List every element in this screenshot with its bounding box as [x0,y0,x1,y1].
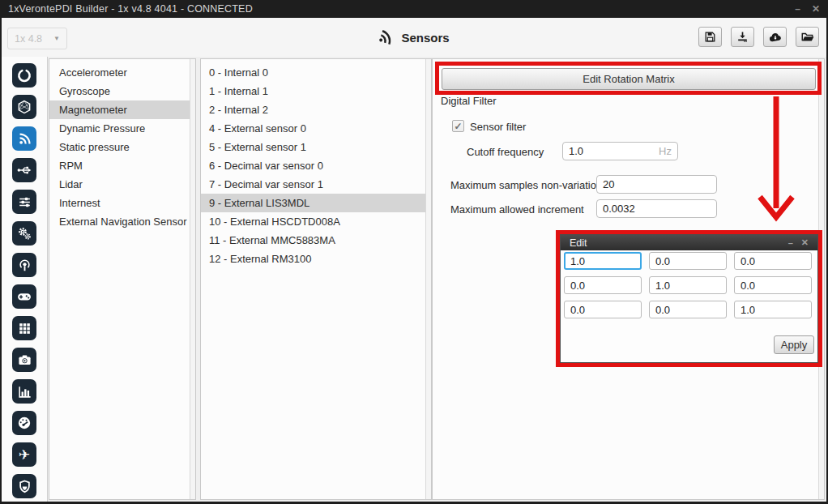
sensor-item-selected[interactable]: 9 - External LIS3MDL [201,194,431,212]
edit-dialog-titlebar[interactable]: Edit – ✕ [561,235,817,250]
nav-gears-button[interactable] [12,221,36,246]
bar-chart-icon [17,384,32,399]
sensor-item[interactable]: 1 - Internal 1 [201,82,431,100]
sensor-type-list: Accelerometer Gyroscope Magnetometer Dyn… [49,59,195,231]
nav-airplane-button[interactable]: ✈ [12,442,36,467]
sensor-list-panel: 0 - Internal 0 1 - Internal 1 2 - Intern… [200,58,432,500]
edit-dialog-title: Edit [570,237,780,249]
matrix-cell-1-2[interactable] [734,276,812,294]
sensor-item[interactable]: 12 - External RM3100 [201,250,431,268]
sensor-item[interactable]: 11 - External MMC5883MA [201,231,431,250]
sliders-icon [17,194,32,210]
scrollbar-track[interactable] [818,59,824,499]
sensor-type-item-selected[interactable]: Magnetometer [49,100,195,119]
apply-button[interactable]: Apply [774,335,814,354]
download-button[interactable] [731,27,754,47]
cloud-download-icon [768,30,783,45]
sensor-item[interactable]: 5 - External sensor 1 [201,138,431,156]
toolbar-buttons [698,27,819,47]
sensor-filter-checkbox[interactable]: ✓ [452,120,464,132]
cutoff-frequency-input[interactable] [562,142,678,160]
nav-camera-button[interactable] [12,348,36,372]
nav-rail: ✈ [2,57,48,502]
matrix-cell-2-0[interactable] [564,301,642,318]
usb-icon [16,162,32,178]
scrollbar-track[interactable] [190,59,195,499]
edit-rotation-matrix-button[interactable]: Edit Rotation Matrix [442,68,816,90]
nav-usb-button[interactable] [12,158,36,182]
sensor-type-item[interactable]: External Navigation Sensor [49,212,195,231]
sensor-type-item[interactable]: Static pressure [49,138,195,156]
folder-open-icon [800,30,815,45]
max-increment-input[interactable] [596,199,717,218]
chevron-down-icon: ▼ [53,35,60,42]
nav-hexagon-mesh-button[interactable] [12,95,36,119]
shield-icon [17,479,32,494]
sensor-item[interactable]: 2 - Internal 2 [201,100,431,119]
matrix-cell-2-2[interactable] [734,301,812,318]
sensor-type-item[interactable]: Accelerometer [49,63,195,82]
sensor-type-item[interactable]: Gyroscope [49,82,195,100]
sensor-type-item[interactable]: Dynamic Pressure [49,119,195,138]
gamepad-icon [16,288,32,305]
sensor-item[interactable]: 4 - External sensor 0 [201,119,431,138]
sensor-type-item[interactable]: Internest [49,194,195,212]
gauge-icon [16,415,32,431]
scrollbar-track[interactable] [425,59,431,499]
download-icon [736,30,749,44]
matrix-cell-1-1[interactable] [649,276,727,294]
hexagon-mesh-icon [16,99,32,115]
signal-icon [17,131,32,147]
digital-filter-label: Digital Filter [441,95,497,107]
sensor-list: 0 - Internal 0 1 - Internal 1 2 - Intern… [201,59,431,268]
version-dropdown[interactable]: 1x 4.8 ▼ [7,28,67,49]
signal-icon [377,27,397,47]
max-samples-input[interactable] [596,175,717,194]
nav-ring-button[interactable] [12,63,36,88]
dialog-minimize-button[interactable]: – [788,238,793,248]
gears-icon [16,225,32,241]
cloud-download-button[interactable] [763,27,787,47]
grid-icon [17,321,32,336]
matrix-cell-1-0[interactable] [564,276,642,294]
nav-shield-button[interactable] [12,474,36,498]
window-minimize-button[interactable]: – [795,3,800,15]
nav-bar-chart-button[interactable] [12,379,36,404]
sensor-filter-label: Sensor filter [470,121,526,133]
window-title: 1xVerontePDI Builder - 1x v4.8 4041 - CO… [8,3,783,15]
matrix-cell-0-2[interactable] [734,252,812,270]
window-close-button[interactable]: ✕ [812,3,820,15]
airplane-icon: ✈ [19,448,30,462]
nav-gamepad-button[interactable] [12,284,36,309]
sensor-type-item[interactable]: RPM [49,156,195,175]
cutoff-frequency-label: Cutoff frequency [467,146,544,158]
ring-icon [16,67,32,83]
save-button[interactable] [698,27,722,47]
matrix-cell-0-0[interactable] [564,252,642,270]
toolbar: 1x 4.8 ▼ Sensors [2,18,826,57]
matrix-cell-0-1[interactable] [649,252,727,270]
open-folder-button[interactable] [796,27,819,47]
max-increment-label: Maximum allowed increment [450,203,584,216]
dialog-close-button[interactable]: ✕ [801,237,809,248]
app-window: { "window": { "title": "1xVerontePDI Bui… [0,0,828,504]
cutoff-frequency-field-wrap: Hz [562,142,678,160]
window-titlebar: 1xVerontePDI Builder - 1x v4.8 4041 - CO… [0,0,828,18]
nav-podcast-button[interactable] [12,253,36,277]
nav-sliders-button[interactable] [12,190,36,214]
camera-icon [17,352,32,368]
page-title-text: Sensors [401,31,449,45]
podcast-icon [17,258,32,273]
nav-signal-button[interactable] [12,126,36,151]
sensor-type-item[interactable]: Lidar [49,175,195,194]
sensor-item[interactable]: 6 - Decimal var sensor 0 [201,156,431,175]
sensor-item[interactable]: 7 - Decimal var sensor 1 [201,175,431,194]
nav-grid-button[interactable] [12,316,36,340]
nav-gauge-button[interactable] [12,411,36,435]
floppy-disk-icon [703,30,717,44]
checkbox-check-icon: ✓ [454,121,462,132]
max-samples-label: Maximum samples non-variation [450,179,602,191]
sensor-item[interactable]: 10 - External HSCDTD008A [201,212,431,231]
sensor-item[interactable]: 0 - Internal 0 [201,63,431,82]
matrix-cell-2-1[interactable] [649,301,727,318]
